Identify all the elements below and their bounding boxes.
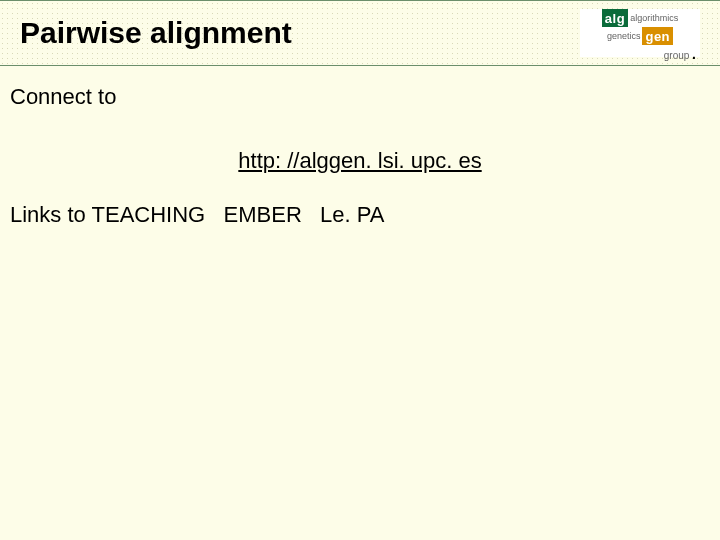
logo-gen-box: gen — [642, 27, 673, 45]
page-title: Pairwise alignment — [20, 18, 292, 48]
links-text: Links to TEACHING EMBER Le. PA — [10, 202, 710, 228]
alggen-logo: alg algorithmics genetics gen group . — [580, 9, 700, 57]
logo-dot: . — [692, 46, 696, 62]
logo-alg-box: alg — [602, 9, 628, 27]
slide-content: Connect to http: //alggen. lsi. upc. es … — [0, 66, 720, 228]
alggen-url-link[interactable]: http: //alggen. lsi. upc. es — [238, 148, 481, 173]
logo-genetics-label: genetics — [607, 31, 641, 41]
connect-to-text: Connect to — [10, 84, 710, 110]
logo-group-label: group — [664, 50, 690, 61]
logo-algorithmics-label: algorithmics — [630, 13, 678, 23]
slide-header: Pairwise alignment alg algorithmics gene… — [0, 0, 720, 66]
